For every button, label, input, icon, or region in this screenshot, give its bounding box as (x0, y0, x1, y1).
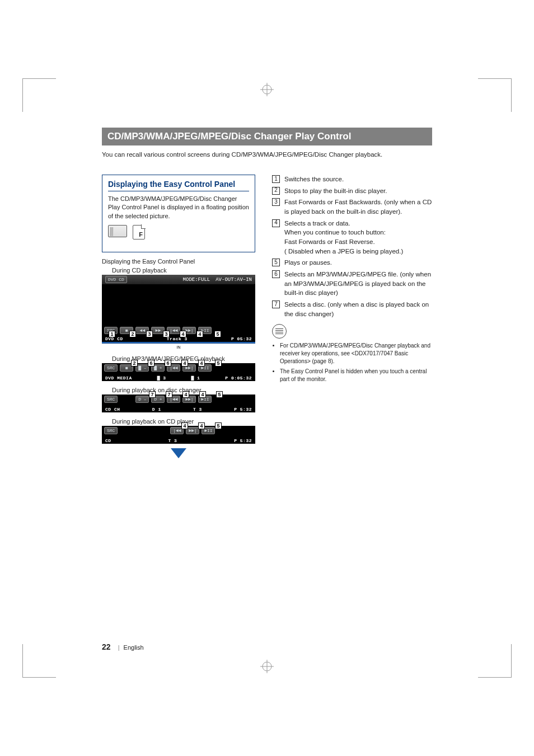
panel-disc-changer: SRC D – D + |◄◄ ►►| ►II CD CH D 1 T 3 P … (102, 395, 255, 412)
def-text: Selects a track or data. When you contin… (284, 219, 432, 256)
panel-cd-player: SRC |◄◄ ►►| ►II CD T 3 P 5:32 4 4 5 (102, 426, 255, 444)
callout-4a: 4 (182, 391, 189, 398)
crop-mark-br (478, 644, 512, 678)
crop-mark-tl (22, 78, 56, 112)
disc-down-button[interactable]: D – (135, 396, 149, 403)
definitions-list: 1Switches the source. 2Stops to play the… (272, 175, 432, 318)
caption-mp3: During MP3/WMA/JPEG/MPEG playback (102, 355, 255, 362)
status-c1: ▇ 3 (157, 375, 166, 381)
registration-mark-top (260, 83, 274, 96)
note-icon (272, 324, 287, 339)
page-footer: 22 | English (102, 642, 144, 651)
crop-mark-tr (478, 78, 512, 112)
def-num: 7 (272, 300, 280, 308)
status-left: DVD MEDIA (105, 375, 132, 381)
caption-cd-player: During playback on CD player (102, 418, 255, 425)
callout-5: 5 (215, 422, 222, 429)
callout-5: 5 (214, 331, 221, 337)
status-left: CD CH (105, 407, 120, 412)
status-right: P 05:32 (231, 336, 252, 341)
def-num: 5 (272, 259, 280, 266)
page-language: English (124, 644, 144, 651)
status-c1: D 1 (152, 407, 161, 412)
page-number: 22 (102, 642, 111, 651)
def-num: 2 (272, 187, 280, 195)
callout-7b: 7 (166, 391, 172, 398)
callout-6b: 6 (165, 360, 171, 367)
easy-panel-box: Displaying the Easy Control Panel The CD… (102, 175, 255, 252)
caption-cd: Displaying the Easy Control Panel (102, 258, 255, 265)
callout-4b: 4 (196, 331, 203, 337)
next-track-button[interactable]: ►►| (186, 427, 199, 434)
callout-4a: 4 (180, 331, 186, 337)
section-intro: You can recall various control screens d… (102, 151, 432, 158)
callout-3a: 3 (146, 331, 153, 337)
panel-avout: AV-OUT:AV–IN (216, 277, 252, 283)
callout-4b: 4 (199, 391, 206, 398)
src-button[interactable]: SRC (104, 364, 118, 372)
src-button[interactable]: SRC (104, 427, 118, 434)
status-c2: ▇ 1 (191, 375, 200, 381)
continue-arrow-icon (171, 448, 186, 458)
panel-mp3: SRC ■ ▇ – ▇ + |◄◄ ►►| ►II DVD MEDIA ▇ 3 … (102, 363, 255, 381)
status-right: P 5:32 (234, 438, 252, 443)
callout-7a: 7 (149, 391, 156, 398)
panel-source-label: DVD CD (105, 276, 127, 283)
in-indicator-bar (102, 342, 255, 344)
def-num: 1 (272, 175, 280, 183)
notes-list: For CD/MP3/WMA/JPEG/MPEG/Disc Changer pl… (272, 342, 432, 383)
folder-down-button[interactable]: ▇ – (135, 364, 149, 372)
callout-1: 1 (109, 331, 115, 337)
def-num: 4 (272, 219, 280, 227)
def-text: Plays or pauses. (284, 258, 432, 267)
def-text: Selects a disc. (only when a disc is pla… (284, 300, 432, 318)
right-column: 1Switches the source. 2Stops to play the… (272, 175, 432, 458)
src-button[interactable]: SRC (104, 396, 118, 403)
callout-4a: 4 (181, 360, 188, 367)
caption-disc-changer: During playback on disc changer (102, 387, 255, 393)
panel-dvd-cd: DVD CD MODE:FULL AV-OUT:AV–IN SRC ■ ◄◄ ►… (102, 275, 255, 342)
screen-icon (108, 225, 127, 237)
callout-4b: 4 (198, 422, 205, 429)
note-item: For CD/MP3/WMA/JPEG/MPEG/Disc Changer pl… (280, 342, 432, 365)
left-column: Displaying the Easy Control Panel The CD… (102, 175, 255, 458)
callout-4a: 4 (181, 422, 188, 429)
document-icon: F (133, 225, 145, 240)
def-num: 6 (272, 270, 280, 278)
note-item: The Easy Control Panel is hidden when yo… (280, 368, 432, 383)
crop-mark-bl (22, 644, 56, 678)
doc-icon-letter: F (139, 231, 143, 238)
callout-2: 2 (131, 360, 138, 367)
callout-5: 5 (215, 360, 222, 367)
status-right: P 0:05:32 (225, 375, 252, 381)
easy-panel-desc: The CD/MP3/WMA/JPEG/MPEG/Disc Changer Pl… (108, 195, 249, 220)
callout-6a: 6 (148, 360, 154, 367)
status-center: T 3 (168, 438, 177, 443)
in-indicator-label: IN (177, 345, 181, 349)
section-heading: CD/MP3/WMA/JPEG/MPEG/Disc Changer Play C… (102, 128, 432, 145)
def-text: Fast Forwards or Fast Backwards. (only w… (284, 198, 432, 216)
panel-mode: MODE:FULL (183, 277, 210, 283)
callout-5: 5 (216, 391, 223, 398)
caption-cd-sub: During CD playback (102, 267, 255, 274)
easy-panel-title: Displaying the Easy Control Panel (108, 180, 249, 191)
registration-mark-bottom (260, 660, 274, 673)
footer-separator: | (118, 644, 120, 651)
callout-4b: 4 (198, 360, 205, 367)
def-text: Switches the source. (284, 175, 432, 184)
def-text: Selects an MP3/WMA/JPEG/MPEG file. (only… (284, 270, 432, 298)
callout-3b: 3 (163, 331, 170, 337)
def-text: Stops to play the built-in disc player. (284, 186, 432, 196)
status-c2: T 3 (193, 407, 202, 412)
callout-2: 2 (129, 331, 136, 337)
status-right: P 5:32 (234, 407, 252, 412)
page-content: CD/MP3/WMA/JPEG/MPEG/Disc Changer Play C… (102, 128, 432, 458)
status-left: CD (105, 438, 111, 443)
def-num: 3 (272, 198, 280, 206)
